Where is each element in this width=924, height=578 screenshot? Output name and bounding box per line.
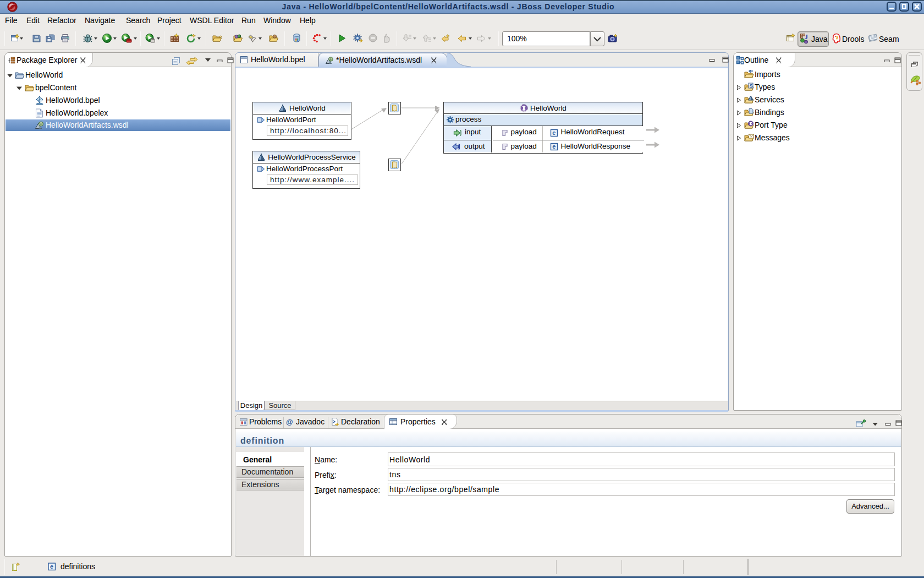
svg-text:e: e [552, 129, 556, 136]
svg-text:J: J [805, 33, 808, 41]
svg-text:e: e [50, 563, 53, 570]
svg-text:e: e [552, 143, 556, 150]
svg-text:S: S [750, 83, 753, 89]
svg-text:@: @ [286, 418, 293, 426]
